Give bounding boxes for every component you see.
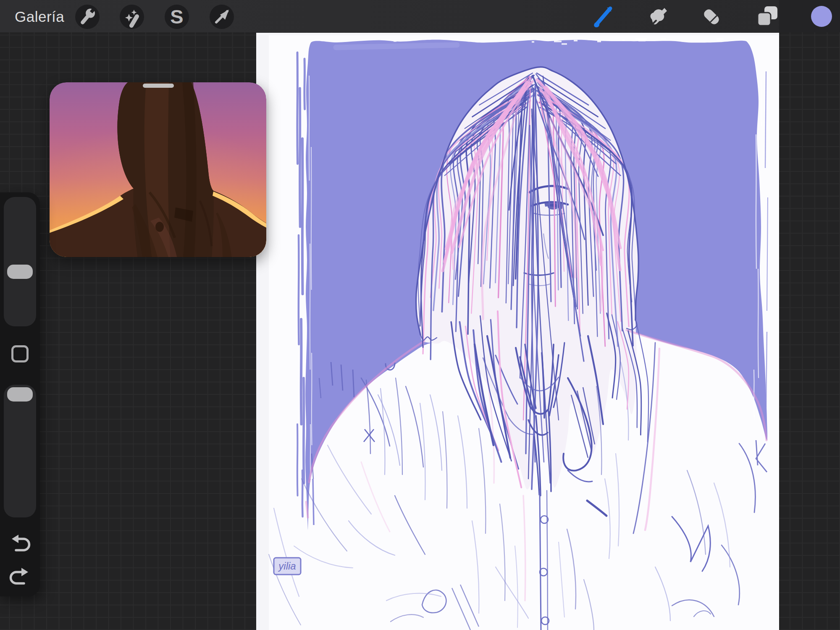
svg-text:yilia: yilia bbox=[278, 560, 296, 572]
svg-text:S: S bbox=[170, 5, 183, 28]
